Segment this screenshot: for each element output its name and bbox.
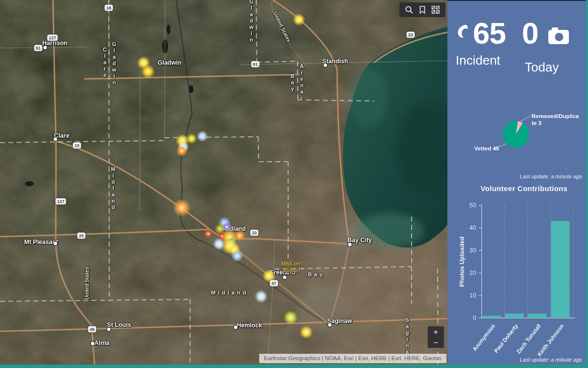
incident-marker[interactable] (203, 229, 213, 239)
svg-text:10: 10 (469, 292, 476, 299)
incident-marker[interactable] (283, 310, 298, 325)
svg-text:50: 50 (469, 202, 476, 209)
incident-marker[interactable] (186, 133, 197, 144)
hurricane-icon (456, 24, 471, 38)
pie-last-update: Last update: a minute ago (520, 173, 582, 179)
incident-marker[interactable] (172, 198, 191, 217)
svg-text:40: 40 (469, 224, 476, 231)
zoom-control: + − (428, 326, 444, 348)
bookmark-icon (418, 5, 427, 14)
zoom-in-button[interactable]: + (428, 326, 444, 337)
incident-marker[interactable] (141, 64, 155, 79)
incident-marker[interactable] (231, 249, 244, 262)
svg-text:20: 20 (469, 270, 476, 276)
basemap-gallery-button[interactable] (430, 4, 441, 15)
today-count: 0 (522, 16, 538, 50)
incident-count: 65 (473, 16, 506, 50)
incident-marker[interactable] (262, 269, 276, 283)
incident-label: Incident (456, 53, 500, 68)
search-icon (404, 5, 414, 15)
basemap-grid-icon (431, 5, 440, 14)
pie-label-removed: Removed/Duplicate 3 (532, 113, 580, 127)
incident-marker[interactable] (196, 130, 208, 142)
incident-marker[interactable] (176, 145, 188, 157)
satellite-basemap (0, 0, 447, 365)
volunteer-bar-chart[interactable]: 01020304050AnonymousPaul DohertyZach Tun… (447, 199, 586, 365)
app-window: HarrisonGladwinStandishClareMt PleasantM… (0, 0, 588, 368)
y-axis-label: Photos Uploaded (459, 237, 466, 287)
map-canvas[interactable]: HarrisonGladwinStandishClareMt PleasantM… (0, 0, 447, 365)
bar-chart-title: Volunteer Contributions (462, 184, 586, 193)
svg-text:30: 30 (469, 247, 476, 254)
panel-bottom-edge (0, 365, 588, 368)
bar-keith-johnson[interactable] (551, 221, 569, 318)
bar-anonymous[interactable] (482, 316, 501, 318)
bar-paul-doherty[interactable] (505, 314, 524, 318)
incident-marker[interactable] (254, 290, 268, 303)
bar-zach-tunstall[interactable] (528, 314, 547, 318)
incident-marker[interactable] (299, 325, 313, 339)
bar-category-label: Paul Doherty (493, 322, 519, 354)
today-label: Today (525, 60, 559, 75)
bar-last-update: Last update: a minute ago (520, 357, 582, 363)
map-attribution: Earthstar Geographics | NOAA, Esri | Esr… (259, 354, 446, 363)
map-toolbar (399, 2, 445, 17)
svg-text:0: 0 (473, 315, 476, 321)
zoom-out-button[interactable]: − (428, 337, 444, 348)
incident-pie-chart[interactable] (447, 99, 586, 165)
incident-marker[interactable] (293, 13, 305, 26)
bookmark-button[interactable] (417, 4, 428, 15)
bar-category-label: Anonymous (471, 323, 496, 352)
camera-icon (547, 26, 570, 45)
dashboard-panel: 65 Incident 0 Today Removed/Duplicate 3 … (447, 0, 586, 365)
panel-right-edge (586, 0, 588, 368)
pie-label-vetted: Vetted 45 (474, 145, 499, 152)
search-button[interactable] (404, 4, 415, 15)
bar-category-label: Zach Tunstall (515, 323, 542, 355)
